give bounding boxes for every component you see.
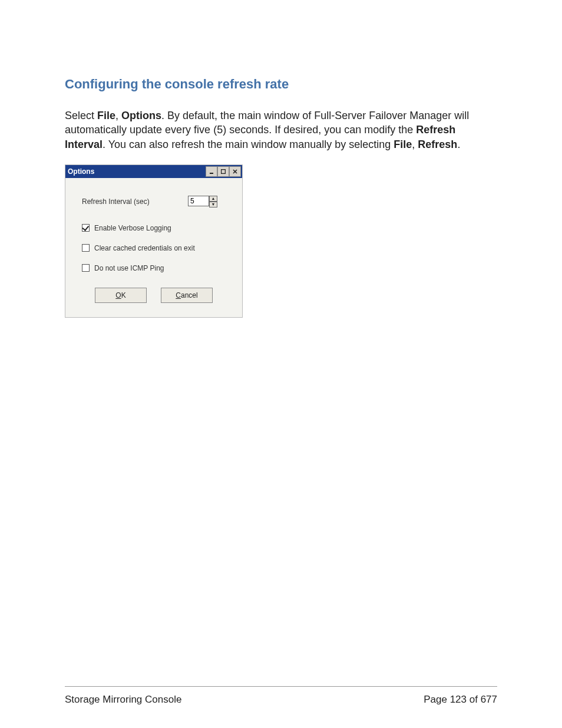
close-button[interactable] xyxy=(229,166,241,177)
clear-credentials-checkbox[interactable] xyxy=(82,244,90,252)
refresh-interval-label: Refresh Interval (sec) xyxy=(82,197,188,206)
intro-paragraph: Select File, Options. By default, the ma… xyxy=(65,108,497,151)
minimize-button[interactable] xyxy=(206,166,217,177)
footer-right: Page 123 of 677 xyxy=(424,694,497,706)
icmp-checkbox[interactable] xyxy=(82,264,90,272)
icmp-label: Do not use ICMP Ping xyxy=(94,264,164,272)
icmp-row[interactable]: Do not use ICMP Ping xyxy=(82,264,226,272)
window-controls xyxy=(206,166,241,177)
dialog-button-row: OK Cancel xyxy=(82,288,226,303)
dialog-titlebar[interactable]: Options xyxy=(65,165,242,178)
verbose-logging-label: Enable Verbose Logging xyxy=(94,224,171,232)
spinner-up-button[interactable]: ▲ xyxy=(209,196,217,202)
ok-accel: O xyxy=(115,291,121,299)
close-icon xyxy=(233,169,237,174)
refresh-interval-input[interactable] xyxy=(188,196,209,206)
text: Select xyxy=(65,110,97,121)
text: , xyxy=(115,110,121,121)
text: . xyxy=(457,139,460,150)
svg-rect-1 xyxy=(222,169,226,173)
cancel-button[interactable]: Cancel xyxy=(161,288,213,303)
minimize-icon xyxy=(209,169,214,174)
page-footer: Storage Mirroring Console Page 123 of 67… xyxy=(65,686,497,706)
spinner-down-button[interactable]: ▼ xyxy=(209,202,217,207)
section-heading: Configuring the console refresh rate xyxy=(65,77,497,92)
clear-credentials-row[interactable]: Clear cached credentials on exit xyxy=(82,244,226,252)
verbose-logging-checkbox[interactable] xyxy=(82,224,90,232)
refresh-interval-row: Refresh Interval (sec) ▲ ▼ xyxy=(82,196,226,207)
ok-rest: K xyxy=(121,291,126,299)
cancel-rest: ancel xyxy=(181,291,198,299)
cancel-accel: C xyxy=(176,291,181,299)
maximize-icon xyxy=(221,169,226,174)
menu-refresh: Refresh xyxy=(418,139,457,150)
clear-credentials-label: Clear cached credentials on exit xyxy=(94,244,195,252)
verbose-logging-row[interactable]: Enable Verbose Logging xyxy=(82,224,226,232)
svg-rect-0 xyxy=(210,173,213,174)
menu-options: Options xyxy=(121,110,161,121)
options-dialog: Options Refresh Interval (sec) xyxy=(65,164,243,318)
text: . You can also refresh the main window m… xyxy=(103,139,394,150)
refresh-interval-spinner[interactable]: ▲ ▼ xyxy=(188,196,217,207)
text: , xyxy=(412,139,418,150)
maximize-button[interactable] xyxy=(217,166,229,177)
dialog-title: Options xyxy=(68,167,94,176)
menu-file: File xyxy=(394,139,412,150)
footer-left: Storage Mirroring Console xyxy=(65,694,181,706)
menu-file: File xyxy=(97,110,115,121)
ok-button[interactable]: OK xyxy=(95,288,147,303)
dialog-body: Refresh Interval (sec) ▲ ▼ Enable Verbos… xyxy=(65,178,242,317)
